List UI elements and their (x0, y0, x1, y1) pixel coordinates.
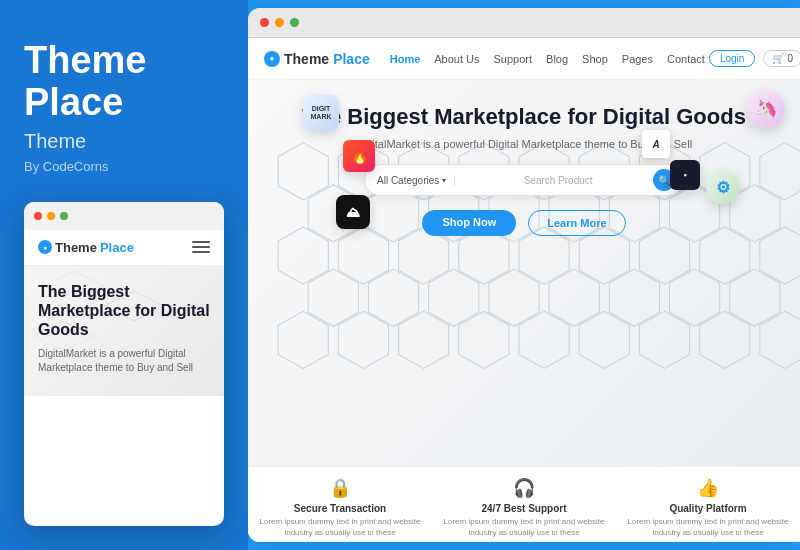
feature-secure: 🔒 Secure Transaction Lorem ipsum dummy t… (248, 477, 432, 538)
floating-icon-6: ⚙ (706, 170, 740, 204)
floating-icon-2: 🦄 (747, 90, 785, 128)
site-logo-icon: ● (264, 51, 280, 67)
right-panel: ● ThemePlace Home About Us Support Blog … (248, 8, 800, 542)
nav-item-blog[interactable]: Blog (546, 53, 568, 65)
search-category-label: All Categories (377, 175, 439, 186)
secure-icon: 🔒 (256, 477, 424, 499)
floating-icon-3: ▪ (670, 160, 700, 190)
dot-yellow (47, 212, 55, 220)
nav-items: Home About Us Support Blog Shop Pages Co… (390, 53, 705, 65)
mobile-logo-theme: Theme (55, 240, 97, 255)
support-title: 24/7 Best Support (440, 503, 608, 514)
quality-desc: Lorem ipsum dummy text in print and webs… (624, 517, 792, 538)
floating-icon-7-text: A (652, 139, 659, 150)
mobile-logo-place: Place (100, 240, 134, 255)
hero-title: The Biggest Marketplace for Digital Good… (276, 104, 772, 130)
mobile-logo: ● ThemePlace (38, 240, 134, 255)
hero-section: DIGITMARK 🦄 ▪ 🔥 ⛰ ⚙ A The Biggest Market… (248, 80, 800, 466)
feature-quality: 👍 Quality Platform Lorem ipsum dummy tex… (616, 477, 800, 538)
support-desc: Lorem ipsum dummy text in print and webs… (440, 517, 608, 538)
secure-desc: Lorem ipsum dummy text in print and webs… (256, 517, 424, 538)
features-bar: 🔒 Secure Transaction Lorem ipsum dummy t… (248, 466, 800, 542)
mobile-hero: The Biggest Marketplace for Digital Good… (24, 266, 224, 396)
support-icon: 🎧 (440, 477, 608, 499)
browser-dot-green (290, 18, 299, 27)
floating-icon-5: ⛰ (336, 195, 370, 229)
nav-cart-button[interactable]: 🛒 0 (763, 50, 800, 67)
mobile-preview: ● ThemePlace The Biggest Marketplace for… (24, 202, 224, 526)
site-logo-place: Place (333, 51, 370, 67)
floating-icon-5-text: ⛰ (346, 204, 360, 220)
mobile-hamburger-icon[interactable] (192, 241, 210, 253)
nav-login-button[interactable]: Login (709, 50, 755, 67)
browser-dot-yellow (275, 18, 284, 27)
floating-icon-4-text: 🔥 (351, 148, 368, 164)
nav-item-shop[interactable]: Shop (582, 53, 608, 65)
floating-icon-7: A (642, 130, 670, 158)
nav-item-about[interactable]: About Us (434, 53, 479, 65)
dot-red (34, 212, 42, 220)
nav-item-contact[interactable]: Contact (667, 53, 705, 65)
nav-item-pages[interactable]: Pages (622, 53, 653, 65)
chevron-down-icon: ▾ (442, 176, 446, 185)
browser-bar (248, 8, 800, 38)
floating-icon-4: 🔥 (343, 140, 375, 172)
feature-support: 🎧 24/7 Best Support Lorem ipsum dummy te… (432, 477, 616, 538)
site-nav: ● ThemePlace Home About Us Support Blog … (248, 38, 800, 80)
nav-item-home[interactable]: Home (390, 53, 421, 65)
floating-icon-2-text: 🦄 (755, 98, 777, 120)
mobile-logo-icon: ● (38, 240, 52, 254)
search-icon: 🔍 (658, 175, 670, 186)
browser-dot-red (260, 18, 269, 27)
floating-icon-1-text: DIGITMARK (311, 105, 332, 120)
app-title: ThemePlace Theme By CodeCorns (24, 40, 224, 202)
floating-icon-6-text: ⚙ (716, 178, 730, 197)
mobile-nav: ● ThemePlace (24, 230, 224, 266)
quality-icon: 👍 (624, 477, 792, 499)
dot-green (60, 212, 68, 220)
cart-icon: 🛒 (772, 53, 784, 64)
site-logo: ● ThemePlace (264, 51, 370, 67)
app-title-text: ThemePlace (24, 40, 224, 124)
floating-icon-1: DIGITMARK (303, 95, 339, 131)
app-subtitle: Theme (24, 130, 224, 153)
shop-now-button[interactable]: Shop Now (422, 210, 516, 236)
learn-more-button[interactable]: Learn More (528, 210, 625, 236)
left-panel: ThemePlace Theme By CodeCorns ● ThemePla… (0, 0, 248, 550)
website-preview: ● ThemePlace Home About Us Support Blog … (248, 38, 800, 542)
mobile-hero-desc: DigitalMarket is a powerful Digital Mark… (38, 347, 210, 375)
nav-item-support[interactable]: Support (494, 53, 533, 65)
search-category[interactable]: All Categories ▾ (377, 175, 455, 186)
search-bar[interactable]: All Categories ▾ Search Product 🔍 (364, 164, 684, 196)
quality-title: Quality Platform (624, 503, 792, 514)
cart-count: 0 (787, 53, 793, 64)
site-logo-theme: Theme (284, 51, 329, 67)
secure-title: Secure Transaction (256, 503, 424, 514)
search-input-placeholder[interactable]: Search Product (463, 175, 653, 186)
floating-icon-3-text: ▪ (683, 170, 686, 180)
app-author: By CodeCorns (24, 159, 224, 174)
mobile-browser-bar (24, 202, 224, 230)
mobile-hero-title: The Biggest Marketplace for Digital Good… (38, 282, 210, 340)
